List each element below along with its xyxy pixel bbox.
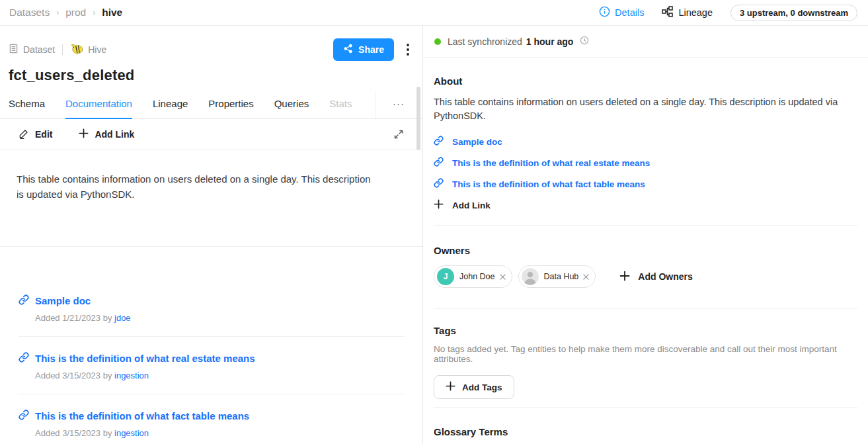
tab-documentation[interactable]: Documentation xyxy=(65,90,132,119)
top-actions: Details Lineage 3 upstream, 0 downstream xyxy=(599,5,859,21)
documentation-links-list: Sample doc Added 1/21/2023 by jdoe This … xyxy=(0,294,422,444)
about-description: This table contains information on users… xyxy=(434,95,853,123)
tab-stats: Stats xyxy=(329,90,352,118)
breadcrumb-hive[interactable]: hive xyxy=(102,7,122,19)
about-link[interactable]: Sample doc xyxy=(434,131,857,152)
divider xyxy=(62,44,63,55)
breadcrumb-prod[interactable]: prod xyxy=(65,7,86,19)
doc-link[interactable]: Sample doc xyxy=(19,294,404,307)
details-label: Details xyxy=(615,7,644,18)
tab-properties[interactable]: Properties xyxy=(208,90,253,118)
tab-overflow-menu[interactable]: ··· xyxy=(375,90,414,118)
platform-label: Hive xyxy=(88,44,106,55)
divider xyxy=(434,407,857,408)
share-button[interactable]: Share xyxy=(333,38,394,61)
documentation-text: This table contains information on users… xyxy=(17,172,379,202)
add-owners-button[interactable]: Add Owners xyxy=(619,271,692,283)
plus-icon xyxy=(619,271,630,283)
entity-panel: Dataset Hive Share fct_users_deleted Sch… xyxy=(0,26,423,444)
doc-link-author[interactable]: jdoe xyxy=(114,313,131,323)
tags-section-heading: Tags xyxy=(434,325,857,336)
link-icon xyxy=(434,157,444,169)
breadcrumb-separator: › xyxy=(93,8,95,17)
add-owners-label: Add Owners xyxy=(638,271,692,282)
avatar: J xyxy=(437,268,454,285)
about-link-label: Sample doc xyxy=(452,137,502,147)
tab-lineage[interactable]: Lineage xyxy=(153,90,188,118)
lineage-icon xyxy=(662,6,673,19)
divider xyxy=(0,246,422,247)
breadcrumb-datasets[interactable]: Datasets xyxy=(9,7,50,19)
doc-link-meta: Added 3/15/2023 by ingestion xyxy=(35,428,404,438)
owner-pill-john-doe[interactable]: J John Doe xyxy=(434,265,512,288)
edit-button[interactable]: Edit xyxy=(19,128,52,141)
doc-link-title: This is the definition of what fact tabl… xyxy=(35,410,249,422)
documentation-toolbar: Edit Add Link xyxy=(0,119,422,150)
more-menu-button[interactable] xyxy=(403,41,413,58)
glossary-section-heading: Glossary Terms xyxy=(434,426,857,437)
about-link-label: This is the definition of what fact tabl… xyxy=(452,179,645,189)
doc-link-author[interactable]: ingestion xyxy=(114,371,149,380)
sidebar-content: About This table contains information on… xyxy=(423,75,868,444)
about-link[interactable]: This is the definition of what real esta… xyxy=(434,152,857,173)
datahub-dataset-page: Datasets › prod › hive Details Lineage 3… xyxy=(0,0,868,444)
dataset-icon xyxy=(9,44,19,56)
sync-status-text: Last synchronized xyxy=(448,36,522,47)
add-tags-label: Add Tags xyxy=(462,382,502,392)
doc-link[interactable]: This is the definition of what real esta… xyxy=(19,352,404,365)
lineage-label: Lineage xyxy=(678,7,713,18)
remove-owner-icon[interactable] xyxy=(583,274,589,280)
doc-link-meta: Added 3/15/2023 by ingestion xyxy=(35,371,404,380)
link-icon xyxy=(19,410,29,422)
plus-icon xyxy=(79,128,89,140)
expand-icon[interactable] xyxy=(393,129,404,140)
list-item: This is the definition of what fact tabl… xyxy=(19,410,404,444)
pencil-icon xyxy=(19,128,29,141)
doc-link-author[interactable]: ingestion xyxy=(114,428,149,438)
plus-icon xyxy=(446,381,455,393)
doc-link-added: Added 1/21/2023 by xyxy=(35,313,112,323)
share-label: Share xyxy=(358,44,384,55)
lineage-count-badge[interactable]: 3 upstream, 0 downstream xyxy=(730,5,857,21)
doc-link-added: Added 3/15/2023 by xyxy=(35,371,112,380)
breadcrumb: Datasets › prod › hive xyxy=(9,7,122,19)
scrollbar-thumb[interactable] xyxy=(416,87,420,150)
doc-link-added: Added 3/15/2023 by xyxy=(35,428,112,438)
link-icon xyxy=(19,294,29,307)
tab-schema[interactable]: Schema xyxy=(9,90,45,118)
tab-queries[interactable]: Queries xyxy=(274,90,309,118)
sync-status-time: 1 hour ago xyxy=(526,36,574,47)
tags-empty-text: No tags added yet. Tag entities to help … xyxy=(434,344,857,364)
about-links: Sample doc This is the definition of wha… xyxy=(434,131,857,216)
link-icon xyxy=(434,136,444,148)
add-link-label: Add Link xyxy=(95,129,134,140)
owner-pill-data-hub[interactable]: Data Hub xyxy=(518,265,596,288)
about-link[interactable]: This is the definition of what fact tabl… xyxy=(434,173,857,195)
clock-icon xyxy=(580,36,589,48)
entity-type-row: Dataset Hive Share xyxy=(9,38,413,61)
sidebar-panel: Last synchronized 1 hour ago About This … xyxy=(423,26,868,444)
add-tags-button[interactable]: Add Tags xyxy=(434,375,514,399)
link-icon xyxy=(19,352,29,365)
doc-link-meta: Added 1/21/2023 by jdoe xyxy=(35,313,404,323)
about-section-heading: About xyxy=(434,75,857,87)
about-link-label: This is the definition of what real esta… xyxy=(452,158,650,168)
owners-row: J John Doe Data Hub Add Owners xyxy=(434,265,857,288)
details-toggle[interactable]: Details xyxy=(599,6,644,19)
hive-logo-icon xyxy=(70,42,83,58)
lineage-toggle[interactable]: Lineage xyxy=(662,6,713,19)
person-icon xyxy=(522,268,539,285)
add-link-button[interactable]: Add Link xyxy=(79,128,134,140)
doc-link[interactable]: This is the definition of what fact tabl… xyxy=(19,410,404,422)
divider xyxy=(434,308,857,309)
sidebar-add-link-button[interactable]: Add Link xyxy=(434,195,857,216)
breadcrumb-separator: › xyxy=(56,8,59,17)
sidebar-add-link-label: Add Link xyxy=(452,200,491,210)
top-bar: Datasets › prod › hive Details Lineage 3… xyxy=(0,0,868,26)
tab-bar: Schema Documentation Lineage Properties … xyxy=(0,90,422,119)
doc-link-title: This is the definition of what real esta… xyxy=(35,353,255,364)
plus-icon xyxy=(434,199,444,211)
divider xyxy=(434,225,857,226)
remove-owner-icon[interactable] xyxy=(500,274,506,280)
share-icon xyxy=(343,44,353,56)
